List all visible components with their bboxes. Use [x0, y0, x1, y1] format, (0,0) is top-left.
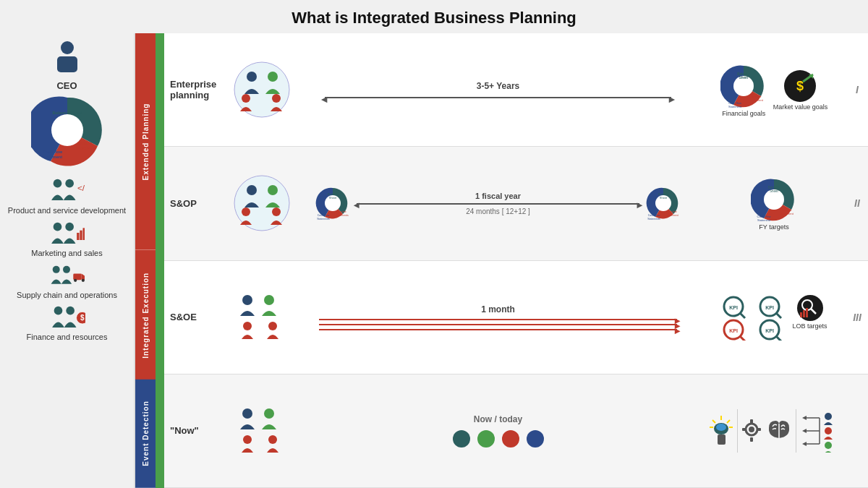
- svg-point-30: [272, 94, 281, 103]
- sidebar: CEO Balance Sheet Income statement Cash …: [0, 33, 134, 488]
- enterprise-arrow: ◄ ►: [325, 97, 671, 98]
- svg-text:Sheet: Sheet: [770, 189, 779, 193]
- svg-text:Cash Flow: Cash Flow: [648, 214, 660, 217]
- enterprise-timeline: 3-5+ Years ◄ ►: [294, 36, 702, 143]
- row-sop: S&OP: [164, 147, 868, 260]
- svg-text:KPI: KPI: [730, 328, 739, 333]
- brain-icon: [765, 418, 793, 443]
- svg-text:Sheet: Sheet: [660, 196, 668, 200]
- sop-timeline-label: 1 fiscal year: [357, 192, 639, 200]
- svg-point-96: [716, 424, 726, 431]
- svg-marker-114: [802, 416, 807, 420]
- svg-text:Sheet: Sheet: [329, 196, 337, 200]
- svg-line-73: [740, 313, 745, 318]
- svg-point-68: [242, 295, 252, 305]
- soe-timeline-label: 1 month: [481, 304, 515, 314]
- green-bar-bottom: [156, 250, 164, 488]
- svg-text:Sheet: Sheet: [739, 76, 749, 80]
- svg-rect-14: [80, 231, 82, 240]
- product-icon: </>: [48, 176, 85, 204]
- svg-point-20: [74, 279, 77, 282]
- planning-wrapper: Extended Planning Integrated Execution E…: [135, 33, 868, 488]
- marketing-label: Marketing and sales: [31, 249, 102, 257]
- svg-rect-1: [57, 56, 77, 72]
- svg-text:Balance Sheet: Balance Sheet: [52, 111, 82, 115]
- sop-label: S&OP: [164, 198, 229, 209]
- soe-timeline: 1 month ► ► ►: [294, 264, 702, 371]
- divider-2: [796, 409, 796, 453]
- divider-1: [737, 409, 738, 453]
- svg-text:KPI: KPI: [766, 305, 775, 310]
- row-enterprise: Enterprise planning: [164, 33, 868, 147]
- flow-diagram: [799, 409, 839, 453]
- svg-line-98: [712, 420, 715, 423]
- sop-right: Balance Sheet Income statement Cash Flow…: [702, 176, 846, 231]
- row-soe: S&OE 1 m: [164, 261, 868, 374]
- enterprise-timeline-label: 3-5+ Years: [477, 81, 520, 91]
- financial-goals-label: Financial goals: [722, 110, 765, 117]
- soe-label: S&OE: [164, 312, 229, 322]
- now-people: [229, 402, 294, 459]
- svg-point-27: [247, 72, 257, 82]
- vert-labels: Extended Planning Integrated Execution E…: [135, 33, 156, 488]
- alert-icon: [709, 414, 734, 447]
- sidebar-item-finance: $ Finance and resources: [27, 304, 108, 341]
- svg-text:Cash Flow: Cash Flow: [318, 214, 330, 217]
- svg-point-28: [268, 72, 278, 82]
- row-now: "Now" No: [164, 374, 868, 488]
- svg-text:Statements: Statements: [647, 218, 660, 221]
- svg-text:KPI: KPI: [766, 328, 775, 333]
- market-value-label: Market value goals: [773, 103, 828, 111]
- extended-planning-label: Extended Planning: [135, 33, 156, 250]
- ceo-label: CEO: [56, 80, 77, 91]
- svg-point-17: [63, 266, 70, 273]
- svg-point-69: [264, 295, 274, 305]
- content-area: CEO Balance Sheet Income statement Cash …: [0, 33, 868, 488]
- svg-point-22: [54, 307, 62, 315]
- svg-point-44: [268, 185, 278, 195]
- finance-label: Finance and resources: [27, 333, 108, 341]
- product-label: Product and service development: [8, 205, 126, 215]
- finance-icon: $: [49, 304, 85, 331]
- now-label: "Now": [164, 425, 229, 436]
- svg-rect-94: [718, 435, 726, 445]
- enterprise-right: Balance Sheet Income statement Cash flow…: [702, 63, 846, 117]
- enterprise-people: [229, 59, 294, 120]
- now-timeline-label: Now / today: [474, 414, 522, 424]
- svg-point-103: [749, 427, 754, 432]
- sop-sublabel: 24 months [ 12+12 ]: [357, 207, 639, 215]
- sidebar-item-supply: Supply chain and operations: [17, 262, 117, 299]
- svg-marker-115: [802, 429, 807, 433]
- rows-container: Enterprise planning: [164, 33, 868, 488]
- svg-rect-106: [742, 428, 746, 431]
- enterprise-label: Enterprise planning: [164, 79, 229, 100]
- svg-text:Statements: Statements: [317, 218, 330, 221]
- svg-point-117: [825, 413, 832, 420]
- green-bars: [156, 33, 164, 488]
- svg-point-21: [82, 279, 85, 282]
- dot-3: [502, 430, 519, 448]
- svg-rect-13: [77, 233, 80, 240]
- svg-text:$: $: [80, 314, 85, 322]
- svg-point-9: [66, 179, 75, 188]
- ceo-icon: [54, 40, 80, 79]
- svg-text:statement: statement: [667, 214, 678, 217]
- row-num-1: I: [846, 84, 868, 95]
- svg-text:Income: Income: [668, 210, 677, 213]
- svg-line-76: [776, 313, 781, 318]
- svg-point-43: [247, 185, 257, 195]
- kpi-group: KPI KPI KPI: [720, 294, 827, 341]
- dot-2: [477, 430, 495, 448]
- gear-icon: [741, 418, 762, 443]
- svg-point-23: [66, 307, 75, 315]
- svg-text:Income: Income: [338, 210, 346, 213]
- svg-rect-104: [750, 419, 753, 424]
- svg-rect-89: [806, 308, 808, 317]
- dot-1: [453, 430, 470, 448]
- svg-text:Statement: Statement: [728, 105, 742, 108]
- svg-line-82: [776, 336, 781, 341]
- svg-point-46: [272, 207, 281, 216]
- svg-text:statement: statement: [43, 155, 62, 159]
- svg-point-91: [264, 408, 274, 419]
- svg-marker-116: [802, 442, 807, 446]
